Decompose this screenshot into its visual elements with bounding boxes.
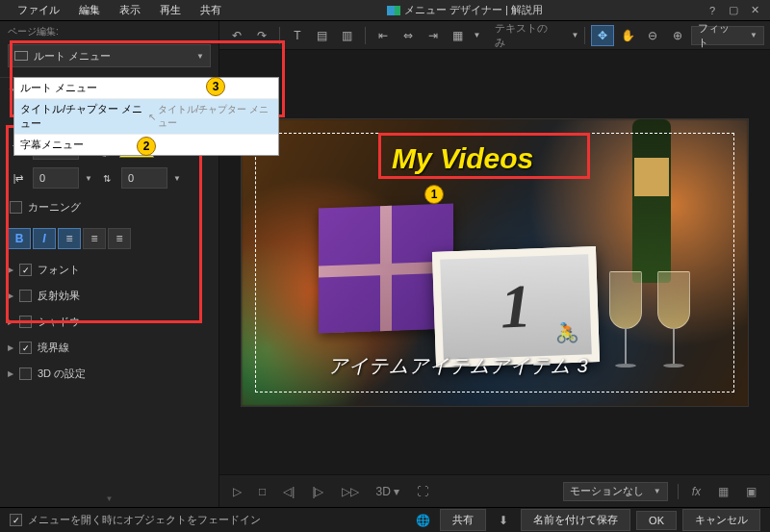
grid-toggle-button[interactable]: ▦: [714, 483, 732, 500]
help-button[interactable]: ?: [705, 3, 720, 18]
panel-scroll-indicator[interactable]: ▼: [0, 491, 218, 507]
canvas-title-text[interactable]: My Videos: [388, 142, 537, 175]
section-reflection[interactable]: ▶ 反射効果: [0, 283, 218, 309]
text-only-label[interactable]: テキストのみ: [483, 21, 570, 50]
menu-play[interactable]: 再生: [150, 0, 191, 20]
bold-button[interactable]: B: [8, 228, 31, 249]
cursor-icon: ↖: [148, 112, 156, 122]
download-icon[interactable]: ⬇: [492, 510, 515, 531]
play-button[interactable]: ▷: [229, 483, 245, 500]
align-right-button[interactable]: ≡: [108, 228, 131, 249]
chevron-down-icon: ▼: [750, 31, 757, 39]
motion-select[interactable]: モーションなし ▼: [563, 482, 668, 501]
layer-forward-button[interactable]: ▤: [311, 25, 334, 46]
fullscreen-button[interactable]: ⛶: [413, 483, 432, 500]
dropdown-option-root[interactable]: ルート メニュー: [14, 78, 278, 99]
collapse-icon: ▶: [8, 266, 13, 274]
cancel-button[interactable]: キャンセル: [682, 509, 760, 531]
share-button[interactable]: 共有: [440, 509, 486, 531]
zoom-out-button[interactable]: ⊖: [641, 25, 664, 46]
align-left-button[interactable]: ≡: [58, 228, 81, 249]
preview-canvas[interactable]: 1 🚴 My Videos 1 アイテムアイテムアイテム 3: [241, 118, 749, 407]
align-right-canvas-button[interactable]: ⇥: [422, 25, 445, 46]
chevron-down-icon[interactable]: ▼: [474, 31, 481, 39]
section-label: シャドウ: [38, 315, 80, 329]
next-frame-button[interactable]: |▷: [308, 483, 327, 500]
section-shadow-checkbox[interactable]: [19, 316, 32, 328]
grid-button[interactable]: ▦: [447, 25, 470, 46]
globe-icon[interactable]: 🌐: [411, 510, 434, 531]
tracking-value: 0: [39, 172, 45, 184]
menu-edit[interactable]: 編集: [69, 0, 110, 20]
left-panel: ページ編集: ルート メニュー ▼ ルート メニュー タイトル/チャプター メニ…: [0, 21, 219, 507]
kerning-label: カーニング: [28, 200, 81, 215]
fx-button[interactable]: fx: [688, 483, 705, 500]
fast-forward-button[interactable]: ▷▷: [338, 483, 363, 500]
collapse-icon: ▶: [8, 291, 13, 300]
page-edit-label: ページ編集:: [0, 21, 218, 40]
section-border[interactable]: ▶ 境界線: [0, 335, 218, 361]
3d-toggle-button[interactable]: 3D ▾: [372, 483, 404, 500]
section-label: フォント: [38, 263, 80, 277]
stop-button[interactable]: □: [255, 483, 270, 500]
page-dropdown[interactable]: ルート メニュー ▼: [8, 44, 211, 67]
undo-button[interactable]: ↶: [225, 25, 248, 46]
menu-share[interactable]: 共有: [191, 0, 231, 20]
right-area: ↶ ↷ T ▤ ▥ ⇤ ⇔ ⇥ ▦ ▼ テキストのみ ▼ ✥ ✋ ⊖ ⊕ フィッ…: [219, 21, 770, 507]
tracking-icon: |⇄: [10, 173, 27, 184]
section-3d[interactable]: ▶ 3D の設定: [0, 361, 218, 387]
layer-backward-button[interactable]: ▥: [336, 25, 359, 46]
app-icon: [387, 6, 400, 15]
zoom-in-button[interactable]: ⊕: [666, 25, 689, 46]
leading-input[interactable]: 0: [121, 167, 167, 189]
collapse-icon: ▶: [8, 343, 13, 352]
section-label: 境界線: [38, 341, 69, 355]
collapse-icon: ▶: [8, 317, 13, 326]
menu-view[interactable]: 表示: [110, 0, 150, 20]
chevron-down-icon: ▼: [196, 52, 204, 61]
fadein-checkbox[interactable]: [10, 514, 22, 526]
prev-frame-button[interactable]: ◁|: [279, 483, 298, 500]
footer: メニューを開く時にオブジェクトをフェードイン 🌐 共有 ⬇ 名前を付けて保存 O…: [0, 507, 770, 532]
section-label: 3D の設定: [38, 367, 86, 381]
kerning-checkbox[interactable]: [10, 201, 22, 214]
dropdown-option-title-chapter[interactable]: タイトル/チャプター メニュー ↖ タイトル/チャプター メニュー: [14, 99, 278, 135]
tracking-input[interactable]: 0: [33, 167, 79, 189]
chevron-down-icon[interactable]: ▼: [85, 174, 92, 183]
dropdown-option-label: 字幕メニュー: [20, 138, 84, 152]
italic-button[interactable]: I: [33, 228, 56, 249]
chevron-down-icon: ▼: [654, 487, 661, 495]
leading-value: 0: [128, 172, 134, 184]
hand-tool-button[interactable]: ✋: [616, 25, 639, 46]
section-3d-checkbox[interactable]: [19, 367, 32, 380]
page-dropdown-value: ルート メニュー: [34, 49, 111, 63]
section-font-checkbox[interactable]: [19, 264, 32, 276]
align-center-button[interactable]: ≡: [83, 228, 106, 249]
section-reflection-checkbox[interactable]: [19, 290, 32, 302]
safe-zone-button[interactable]: ▣: [742, 483, 760, 500]
page-icon: [14, 51, 28, 61]
dropdown-option-label: タイトル/チャプター メニュー: [20, 102, 148, 131]
close-button[interactable]: ✕: [747, 3, 762, 18]
section-font[interactable]: ▶ フォント: [0, 257, 218, 283]
move-tool-button[interactable]: ✥: [591, 25, 614, 46]
save-as-button[interactable]: 名前を付けて保存: [521, 509, 630, 531]
window-title: メニュー デザイナー | 解説用: [231, 3, 699, 17]
redo-button[interactable]: ↷: [250, 25, 273, 46]
chevron-down-icon[interactable]: ▼: [571, 31, 578, 39]
zoom-fit-select[interactable]: フィット ▼: [691, 26, 764, 45]
annotation-marker-1: 1: [424, 185, 444, 204]
section-border-checkbox[interactable]: [19, 342, 32, 354]
maximize-button[interactable]: ▢: [726, 3, 741, 18]
align-left-canvas-button[interactable]: ⇤: [372, 25, 395, 46]
zoom-fit-value: フィット: [698, 21, 740, 50]
chevron-down-icon[interactable]: ▼: [173, 174, 181, 183]
canvas-items-text[interactable]: アイテムアイテムアイテム 3: [328, 353, 589, 379]
menu-file[interactable]: ファイル: [8, 0, 69, 20]
menubar: ファイル 編集 表示 再生 共有 メニュー デザイナー | 解説用 ? ▢ ✕: [0, 0, 770, 21]
text-tool-button[interactable]: T: [286, 25, 309, 46]
motion-value: モーションなし: [570, 484, 644, 498]
section-shadow[interactable]: ▶ シャドウ: [0, 309, 218, 335]
align-center-canvas-button[interactable]: ⇔: [397, 25, 420, 46]
ok-button[interactable]: OK: [636, 511, 677, 530]
